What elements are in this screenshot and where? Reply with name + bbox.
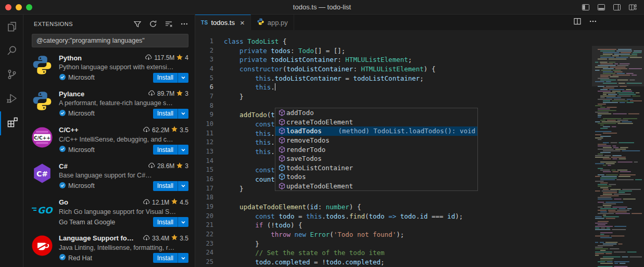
extension-search-input[interactable] xyxy=(32,34,188,47)
more-actions-icon[interactable] xyxy=(179,19,190,29)
suggest-item-loadTodos[interactable]: loadTodos(method) TodoList.loadTodos(): … xyxy=(275,126,477,136)
code-line[interactable]: 2 private todos: Todo[] = []; xyxy=(195,46,644,56)
suggest-item-label: addTodo xyxy=(286,109,314,117)
zoom-window-button[interactable] xyxy=(26,4,32,10)
suggest-item-createTodoElement[interactable]: createTodoElement xyxy=(275,118,477,127)
extension-publisher: Red Hat xyxy=(59,253,92,262)
extension-name: Pylance xyxy=(59,90,84,98)
code-line[interactable]: 3 private todoListContainer: HTMLUListEl… xyxy=(195,55,644,65)
minimize-window-button[interactable] xyxy=(16,4,22,10)
line-number: 5 xyxy=(195,74,224,83)
line-number: 11 xyxy=(195,129,224,138)
install-button[interactable]: Install xyxy=(153,253,188,263)
field-icon xyxy=(277,173,286,181)
extension-description: Python language support with extensi… xyxy=(59,62,188,72)
line-content: todo.completed = !todo.completed; xyxy=(224,258,644,267)
sidebar-header: EXTENSIONS xyxy=(23,15,195,33)
extension-list-item[interactable]: C/C++C/C++62.2M3.5C/C++ IntelliSense, de… xyxy=(23,122,195,158)
activity-bar-item-explorer[interactable] xyxy=(0,16,23,40)
rating-star-icon xyxy=(176,90,183,98)
method-icon xyxy=(277,136,286,144)
extension-list-item[interactable]: Pylance89.7M3A performant, feature-rich … xyxy=(23,86,195,122)
suggest-item-label: removeTodos xyxy=(286,136,330,144)
activity-bar-item-source-control[interactable] xyxy=(0,63,23,87)
method-icon xyxy=(277,146,286,154)
split-editor-icon[interactable] xyxy=(573,17,582,28)
toggle-panel-icon[interactable] xyxy=(597,3,605,11)
line-number: 25 xyxy=(195,258,224,267)
suggest-item-saveTodos[interactable]: saveTodos xyxy=(275,154,477,163)
extension-list-item[interactable]: Language Support fo…33.4M3.5Java Linting… xyxy=(23,231,195,266)
code-line[interactable]: 22 throw new Error('Todo not found'); xyxy=(195,230,644,239)
close-window-button[interactable] xyxy=(5,4,11,10)
toggle-primary-sidebar-icon[interactable] xyxy=(582,3,590,11)
code-line[interactable]: 21 if (!todo) { xyxy=(195,221,644,230)
extension-stats: 117.5M4 xyxy=(142,53,188,62)
more-actions-icon[interactable] xyxy=(589,17,597,28)
suggest-item-renderTodo[interactable]: renderTodo xyxy=(275,145,477,154)
customize-layout-icon[interactable] xyxy=(628,3,637,11)
publisher-name: Go Team at Google xyxy=(59,219,115,226)
code-line[interactable]: 20 const todo = this.todos.find(todo => … xyxy=(195,212,644,221)
code-line[interactable]: 19 updateTodoElement(id: number) { xyxy=(195,202,644,212)
activity-bar-item-search[interactable] xyxy=(0,40,23,63)
extension-description: C/C++ IntelliSense, debugging, and c… xyxy=(59,135,188,144)
install-button[interactable]: Install xyxy=(153,109,188,119)
minimap-slider[interactable] xyxy=(592,46,644,86)
tab-todos-ts[interactable]: TStodos.ts× xyxy=(195,15,251,30)
refresh-icon[interactable] xyxy=(148,19,158,29)
code-line[interactable]: 6 this. xyxy=(195,83,644,92)
verified-publisher-icon xyxy=(59,73,66,82)
extension-list-item[interactable]: GOGo12.1M4.5Rich Go language support for… xyxy=(23,195,195,231)
tab-label: todos.ts xyxy=(211,19,235,27)
code-editor[interactable]: 1class TodoList {2 private todos: Todo[]… xyxy=(195,30,644,267)
install-button[interactable]: Install xyxy=(153,217,188,227)
code-line[interactable]: 4 constructor(todoListContainer: HTMLULi… xyxy=(195,65,644,74)
suggest-item-addTodo[interactable]: addTodo xyxy=(275,108,477,118)
install-button[interactable]: Install xyxy=(153,145,188,155)
layout-controls xyxy=(582,3,644,11)
code-line[interactable]: 24 // Set the state of the todo item xyxy=(195,248,644,258)
download-count-icon xyxy=(143,198,150,207)
line-content: class TodoList { xyxy=(224,37,644,46)
tab-app-py[interactable]: app.py xyxy=(251,15,294,30)
code-line[interactable]: 1class TodoList { xyxy=(195,37,644,46)
editor-group: TStodos.ts×app.py 1class TodoList {2 pri… xyxy=(195,15,644,267)
install-dropdown-button[interactable] xyxy=(178,181,188,191)
close-tab-icon[interactable]: × xyxy=(240,19,245,27)
suggest-item-todos[interactable]: todos xyxy=(275,172,477,182)
minimap[interactable] xyxy=(592,46,644,267)
debug-icon xyxy=(6,92,18,107)
install-dropdown-button[interactable] xyxy=(178,73,188,83)
code-line[interactable]: 18 xyxy=(195,193,644,202)
csharp-logo-icon: C# xyxy=(31,161,54,187)
suggest-item-todoListContainer[interactable]: todoListContainer xyxy=(275,163,477,173)
code-line[interactable]: 5 this.todoListContainer = todoListConta… xyxy=(195,74,644,83)
toggle-secondary-sidebar-icon[interactable] xyxy=(613,3,621,11)
extension-list-item[interactable]: Python117.5M4Python language support wit… xyxy=(23,50,195,86)
suggest-item-updateTodoElement[interactable]: updateTodoElement xyxy=(275,182,477,191)
code-line[interactable]: 25 todo.completed = !todo.completed; xyxy=(195,258,644,267)
line-number: 2 xyxy=(195,46,224,56)
filter-icon[interactable] xyxy=(132,19,143,29)
extension-list-item[interactable]: C#C#28.6M3Base language support for C#…M… xyxy=(23,158,195,194)
install-button[interactable]: Install xyxy=(153,181,188,191)
line-number: 10 xyxy=(195,120,224,129)
rating-star-icon xyxy=(176,162,183,171)
activity-bar-item-run-debug[interactable] xyxy=(0,87,23,111)
install-dropdown-button[interactable] xyxy=(178,253,188,263)
install-dropdown-button[interactable] xyxy=(178,109,188,119)
install-dropdown-button[interactable] xyxy=(178,217,188,227)
activity-bar-item-extensions[interactable] xyxy=(0,111,23,135)
install-button[interactable]: Install xyxy=(153,73,188,83)
clear-search-results-icon[interactable] xyxy=(163,19,174,29)
suggest-item-removeTodos[interactable]: removeTodos xyxy=(275,136,477,145)
code-line[interactable]: 7 } xyxy=(195,92,644,101)
suggest-item-label: loadTodos xyxy=(286,127,322,135)
install-dropdown-button[interactable] xyxy=(178,145,188,155)
install-button-label: Install xyxy=(153,253,178,263)
download-count: 28.6M xyxy=(157,162,174,170)
line-content: this.todoListContainer = todoListContain… xyxy=(224,74,644,83)
rating-value: 3 xyxy=(185,90,188,97)
code-line[interactable]: 23 } xyxy=(195,239,644,249)
